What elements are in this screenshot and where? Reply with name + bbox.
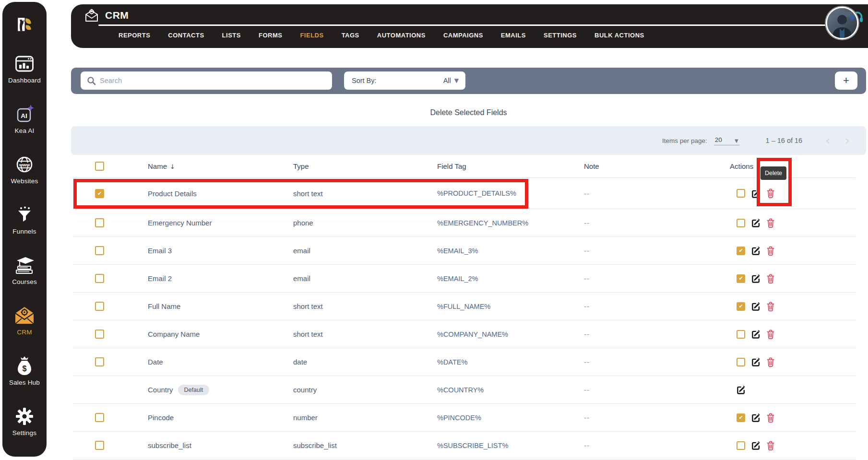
action-checkbox[interactable]: ✔ (737, 302, 745, 311)
cell-actions: ✔ (721, 302, 856, 311)
sidebar-item-kea-ai[interactable]: AI Kea AI (2, 104, 47, 154)
cell-note: -- (575, 413, 721, 422)
nav-item-fields[interactable]: FIELDS (300, 32, 323, 39)
nav-item-lists[interactable]: LISTS (222, 32, 241, 39)
action-checkbox[interactable]: ✔ (737, 247, 745, 255)
select-all-checkbox[interactable]: ✔ (95, 162, 104, 171)
delete-tooltip: Delete (761, 166, 786, 180)
add-field-button[interactable]: + (835, 71, 857, 90)
delete-selected-fields-link[interactable]: Delete Selected Fields (71, 108, 866, 117)
cell-actions: ✔ (721, 218, 856, 228)
action-checkbox[interactable]: ✔ (737, 330, 745, 339)
sidebar-item-icon (15, 54, 34, 74)
table-body: ✔ Product Details short text %PRODUCT_DE… (73, 178, 856, 460)
nav-item-automations[interactable]: AUTOMATIONS (377, 32, 426, 39)
nav-item-tags[interactable]: TAGS (342, 32, 359, 39)
sidebar-item-label: Kea AI (15, 127, 35, 134)
nav-item-reports[interactable]: REPORTS (119, 32, 150, 39)
edit-icon[interactable] (751, 413, 761, 422)
action-checkbox[interactable]: ✔ (737, 441, 745, 450)
dashboard-icon (15, 55, 34, 72)
previous-page-icon[interactable]: ‹ (825, 134, 830, 147)
edit-icon[interactable] (751, 441, 761, 450)
edit-icon[interactable] (737, 385, 746, 394)
search-input[interactable] (100, 77, 311, 84)
sidebar-items: Dashboard AI Kea AI www Websites Funnels (2, 54, 47, 457)
nav-item-bulk-actions[interactable]: BULK ACTIONS (595, 32, 644, 39)
items-per-page-select[interactable]: 20 ▼ (714, 136, 739, 145)
edit-icon[interactable] (751, 330, 761, 339)
sidebar-item-sales-hub[interactable]: $ Sales Hub (2, 356, 47, 406)
cell-actions: ✔ (721, 413, 856, 423)
row-select-checkbox[interactable]: ✔ (95, 302, 104, 311)
funnels-icon (15, 205, 34, 224)
cell-type: subscribe_list (285, 441, 428, 449)
row-select-checkbox[interactable]: ✔ (95, 330, 104, 339)
row-select-checkbox[interactable]: ✔ (95, 189, 104, 198)
edit-icon[interactable] (751, 302, 761, 311)
nav-item-settings[interactable]: SETTINGS (544, 32, 577, 39)
edit-icon[interactable] (751, 274, 761, 283)
sort-by-dropdown[interactable]: Sort By: All ▼ (344, 71, 465, 90)
row-select-checkbox[interactable]: ✔ (95, 218, 104, 227)
nav-item-forms[interactable]: FORMS (259, 32, 282, 39)
sort-by-value: All (443, 77, 451, 84)
action-checkbox[interactable]: ✔ (737, 274, 745, 283)
action-checkbox[interactable]: ✔ (737, 219, 745, 227)
page-title: CRM (105, 10, 129, 21)
delete-icon[interactable] (767, 302, 774, 311)
delete-icon[interactable] (767, 218, 774, 228)
delete-icon[interactable] (767, 246, 774, 256)
svg-text:AI: AI (21, 112, 27, 119)
sidebar-item-courses[interactable]: Courses (2, 255, 47, 306)
table-row: ✔ Pincode number %PINCODE% -- ✔ (73, 404, 856, 432)
next-page-icon[interactable]: › (845, 134, 850, 147)
row-select-checkbox[interactable]: ✔ (95, 413, 104, 422)
delete-icon[interactable] (767, 330, 774, 339)
edit-icon[interactable] (751, 246, 761, 255)
sidebar-item-label: Funnels (12, 228, 36, 235)
table-row: ✔ subscribe_list subscribe_list %SUBSCRI… (73, 432, 856, 460)
kea-logo[interactable] (11, 17, 38, 33)
nav-item-campaigns[interactable]: CAMPAIGNS (443, 32, 483, 39)
nav-item-emails[interactable]: EMAILS (501, 32, 526, 39)
delete-icon[interactable] (767, 189, 774, 198)
delete-icon[interactable] (767, 441, 774, 450)
delete-icon[interactable] (767, 413, 774, 423)
column-header-name[interactable]: Name↓ (139, 162, 285, 170)
sidebar-item-crm[interactable]: CRM (2, 306, 47, 356)
row-select-checkbox[interactable]: ✔ (95, 274, 104, 283)
sidebar-item-websites[interactable]: www Websites (2, 154, 47, 205)
sidebar-item-funnels[interactable]: Funnels (2, 205, 47, 255)
sort-desc-icon: ↓ (170, 163, 175, 170)
column-header-field-tag[interactable]: Field Tag (428, 162, 575, 170)
sidebar-item-dashboard[interactable]: Dashboard (2, 54, 47, 104)
action-checkbox[interactable]: ✔ (737, 358, 745, 366)
action-checkbox[interactable]: ✔ (737, 189, 745, 198)
row-select-checkbox[interactable]: ✔ (95, 246, 104, 255)
row-select-checkbox[interactable]: ✔ (95, 357, 104, 366)
cell-field-tag: %PINCODE% (428, 414, 575, 422)
cell-field-tag: %COUNTRY% (428, 386, 575, 394)
cell-name: CountryDefault (139, 385, 285, 395)
items-per-page-value: 20 (715, 136, 722, 143)
avatar[interactable] (826, 7, 858, 39)
nav-item-contacts[interactable]: CONTACTS (168, 32, 204, 39)
row-select-checkbox[interactable]: ✔ (95, 441, 104, 450)
cell-type: number (285, 413, 428, 422)
edit-icon[interactable] (751, 357, 761, 366)
edit-icon[interactable] (751, 189, 761, 198)
edit-icon[interactable] (751, 218, 761, 227)
cell-note: -- (575, 441, 721, 449)
sidebar-item-icon (14, 406, 35, 426)
column-header-type[interactable]: Type (285, 162, 428, 170)
delete-icon[interactable] (767, 274, 774, 283)
action-checkbox[interactable]: ✔ (737, 413, 745, 422)
table-row: ✔ Date date %DATE% -- ✔ (73, 348, 856, 376)
cell-name: Company Name (139, 330, 285, 338)
sidebar-item-settings[interactable]: Settings (2, 406, 47, 457)
column-header-note[interactable]: Note (575, 162, 721, 170)
delete-icon[interactable] (767, 357, 774, 367)
cell-field-tag: %SUBSCRIBE_LIST% (428, 442, 575, 449)
chevron-down-icon: ▼ (735, 138, 738, 143)
